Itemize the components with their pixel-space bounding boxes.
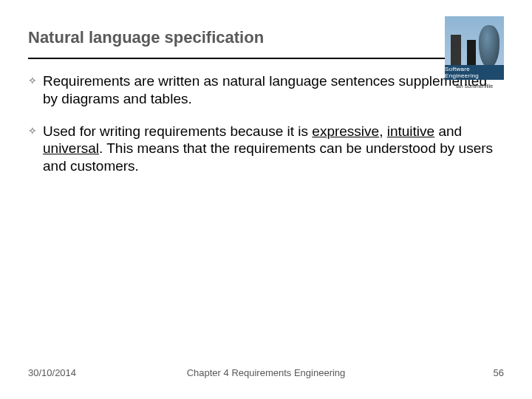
diamond-icon: ✧ (28, 72, 43, 108)
logo-label: Software Engineering (445, 65, 504, 80)
bullet-underline: intuitive (387, 123, 434, 139)
book-cover-logo: Software Engineering Ian Sommerville (445, 16, 504, 90)
bullet-underline: expressive (312, 123, 379, 139)
logo-sub: Ian Sommerville (445, 83, 504, 89)
footer-chapter: Chapter 4 Requirements Engineering (187, 367, 346, 378)
footer: 30/10/2014 Chapter 4 Requirements Engine… (0, 367, 532, 378)
slide-title: Natural language specification (28, 28, 504, 47)
bullet-item: ✧ Requirements are written as natural la… (28, 72, 504, 108)
bullet-text: Used for writing requirements because it… (43, 123, 312, 139)
footer-page: 56 (494, 367, 504, 378)
bullet-item: ✧ Used for writing requirements because … (28, 123, 504, 175)
bullet-text: Requirements are written as natural lang… (43, 73, 487, 106)
bullet-text: and (434, 123, 462, 139)
bullet-text: , (379, 123, 387, 139)
bullet-text: . This means that the requirements can b… (43, 140, 493, 174)
footer-date: 30/10/2014 (28, 367, 76, 378)
diamond-icon: ✧ (28, 123, 43, 175)
bullet-underline: universal (43, 140, 99, 156)
